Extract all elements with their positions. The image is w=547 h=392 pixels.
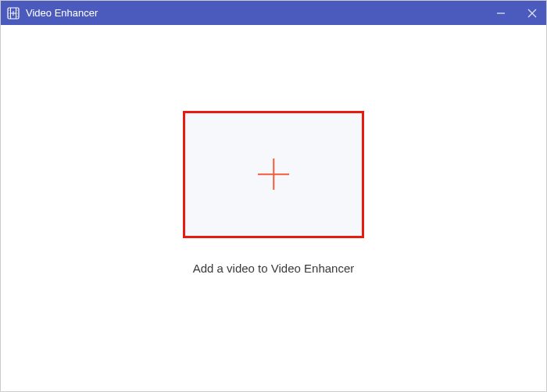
close-icon: [527, 9, 537, 18]
svg-point-8: [16, 16, 17, 16]
main-content: Add a video to Video Enhancer: [1, 25, 546, 391]
close-button[interactable]: [524, 5, 540, 21]
svg-point-5: [9, 16, 9, 16]
window-controls: [493, 5, 540, 21]
minimize-icon: [496, 9, 506, 18]
plus-icon: [258, 159, 289, 190]
svg-point-7: [16, 12, 17, 13]
instruction-text: Add a video to Video Enhancer: [193, 262, 355, 275]
add-video-dropzone[interactable]: [183, 111, 364, 238]
app-icon: [7, 7, 20, 20]
svg-point-4: [9, 12, 9, 13]
titlebar-left: Video Enhancer: [7, 7, 98, 20]
titlebar: Video Enhancer: [1, 1, 546, 25]
app-window: Video Enhancer Add a video to Video Enha…: [0, 0, 547, 392]
svg-point-3: [9, 9, 9, 10]
minimize-button[interactable]: [493, 5, 509, 21]
svg-point-6: [16, 9, 17, 10]
app-title: Video Enhancer: [26, 7, 98, 19]
